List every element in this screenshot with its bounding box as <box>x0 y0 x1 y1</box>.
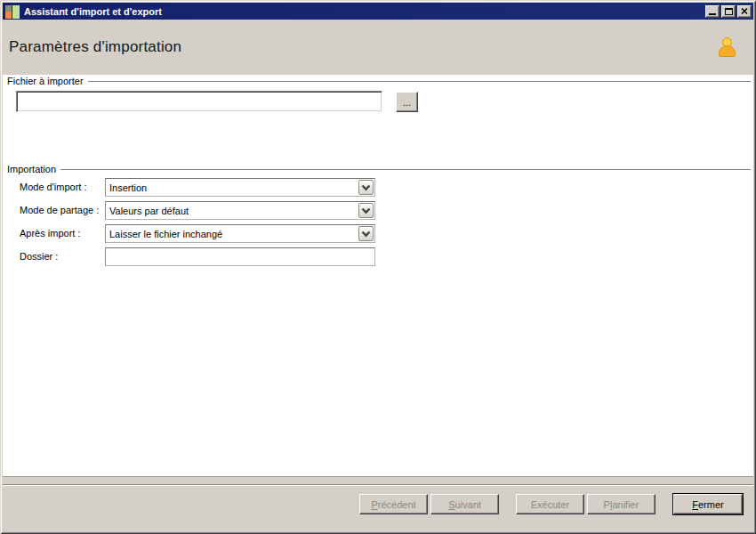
mode-import-select[interactable]: Insertion <box>105 178 375 197</box>
dossier-input[interactable] <box>105 247 375 266</box>
mode-import-value: Insertion <box>106 182 358 193</box>
field-label-apres-import: Après import : <box>20 224 104 243</box>
fermer-button[interactable]: Fermer <box>673 494 743 514</box>
footer-separator <box>3 484 753 486</box>
mode-import-dropdown-button[interactable] <box>358 180 374 195</box>
app-icon <box>5 4 20 19</box>
minimize-icon <box>709 13 716 15</box>
close-icon <box>741 8 748 14</box>
window-title: Assistant d'import et d'export <box>20 6 705 17</box>
browse-button[interactable]: ... <box>396 92 418 112</box>
apres-import-value: Laisser le fichier inchangé <box>106 229 358 239</box>
user-icon <box>717 37 736 62</box>
field-label-dossier: Dossier : <box>20 247 104 266</box>
suivant-button[interactable]: Suivant <box>430 494 499 514</box>
page-title: Paramètres d'importation <box>9 38 181 56</box>
apres-import-dropdown-button[interactable] <box>358 226 374 241</box>
maximize-button[interactable] <box>721 5 736 18</box>
apres-import-select[interactable]: Laisser le fichier inchangé <box>105 224 375 243</box>
file-group-label: Fichier à importer <box>7 76 84 86</box>
field-label-mode-import: Mode d'import : <box>20 178 104 197</box>
chevron-down-icon <box>361 207 371 214</box>
minimize-button[interactable] <box>705 5 720 18</box>
chevron-down-icon <box>361 184 371 191</box>
executer-button[interactable]: Exécuter <box>516 494 584 514</box>
content-pane: Fichier à importer ... Importation Mode … <box>3 75 753 477</box>
mode-partage-value: Valeurs par défaut <box>106 206 358 216</box>
file-group-header: Fichier à importer <box>7 75 751 86</box>
import-export-wizard-window: Assistant d'import et d'export Paramètre… <box>0 0 756 534</box>
mode-partage-select[interactable]: Valeurs par défaut <box>105 201 375 220</box>
import-group-label: Importation <box>7 164 56 174</box>
close-button[interactable] <box>737 5 752 18</box>
chevron-down-icon <box>361 231 371 238</box>
file-path-input[interactable] <box>16 91 382 112</box>
titlebar: Assistant d'import et d'export <box>3 3 753 20</box>
mode-partage-dropdown-button[interactable] <box>358 203 374 218</box>
maximize-icon <box>725 8 733 15</box>
import-group-header: Importation <box>7 163 751 174</box>
precedent-button[interactable]: Précédent <box>359 494 428 514</box>
wizard-header: Paramètres d'importation <box>3 20 753 75</box>
footer-bar: Précédent Suivant Exécuter Planifier Fer… <box>3 477 753 531</box>
file-group-line <box>88 81 751 82</box>
planifier-button[interactable]: Planifier <box>587 494 655 514</box>
import-group-line <box>60 169 751 170</box>
field-label-mode-partage: Mode de partage : <box>20 201 104 220</box>
